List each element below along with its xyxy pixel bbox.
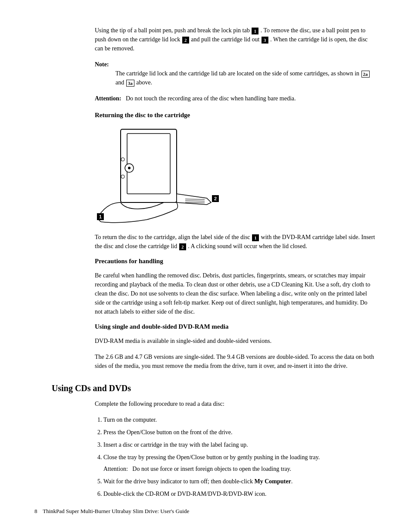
svg-point-3: [128, 167, 131, 169]
badge-1b: 1: [252, 234, 259, 241]
step-6: Double-click the CD-ROM or DVD-RAM/DVD-R…: [103, 489, 377, 498]
section-heading-returning: Returning the disc to the cartridge: [95, 112, 377, 119]
badge-2: 2: [182, 37, 189, 44]
precautions-para: Be careful when handling the removed dis…: [95, 271, 377, 316]
diagram-svg: 1 2: [95, 125, 233, 224]
svg-text:2: 2: [214, 196, 217, 201]
step-4-attention: Attention: Do not use force or insert fo…: [103, 464, 377, 473]
main-content-block: Complete the following procedure to read…: [95, 399, 377, 498]
step-5: Wait for the drive busy indicator to tur…: [103, 477, 377, 486]
badge-1: 1: [252, 28, 258, 34]
step-3: Insert a disc or cartridge in the tray w…: [103, 440, 377, 449]
my-computer-bold: My Computer: [254, 478, 291, 485]
footer: 8 ThinkPad Super Multi-Burner Ultrabay S…: [34, 508, 189, 515]
note-label: Note:: [95, 61, 109, 68]
step-1: Turn on the computer.: [103, 415, 377, 424]
dvdram-para2: The 2.6 GB and 4.7 GB versions are singl…: [95, 352, 377, 370]
svg-rect-1: [127, 134, 170, 194]
badge-2b: 2: [179, 243, 186, 250]
steps-list: Turn on the computer. Press the Open/Clo…: [103, 415, 377, 498]
step-2: Press the Open/Close button on the front…: [103, 428, 377, 437]
product-name: ThinkPad Super Multi-Burner Ultrabay Sli…: [43, 508, 189, 514]
badge-2a: 2a: [361, 71, 370, 78]
main-intro: Complete the following procedure to read…: [95, 399, 377, 408]
main-heading: Using CDs and DVDs: [52, 383, 377, 393]
page: Using the tip of a ball point pen, push …: [0, 0, 411, 532]
note-block: Note: The cartridge lid lock and the car…: [95, 60, 377, 87]
svg-point-12: [121, 175, 125, 178]
svg-text:1: 1: [99, 214, 102, 219]
badge-3: 3: [262, 37, 268, 44]
intro-paragraph: Using the tip of a ball point pen, push …: [95, 26, 377, 53]
section1-para: To return the disc to the cartridge, ali…: [95, 233, 377, 251]
badge-3a: 3a: [126, 80, 134, 87]
content-block: Using the tip of a ball point pen, push …: [95, 26, 377, 370]
attention-label-2: Attention:: [103, 466, 128, 472]
note-content: The cartridge lid lock and the cartridge…: [115, 69, 377, 87]
diagram-area: 1 2: [95, 125, 233, 224]
step-4: Close the tray by pressing the Open/Clos…: [103, 453, 377, 473]
svg-point-11: [121, 158, 125, 161]
section-heading-precautions: Precautions for handling: [95, 258, 377, 265]
attention-label: Attention:: [95, 95, 121, 102]
attention-block: Attention: Do not touch the recording ar…: [95, 94, 377, 103]
section-heading-dvdram: Using single and double-sided DVD-RAM me…: [95, 323, 377, 330]
dvdram-para1: DVD-RAM media is available in single-sid…: [95, 336, 377, 345]
page-number: 8: [34, 508, 37, 514]
